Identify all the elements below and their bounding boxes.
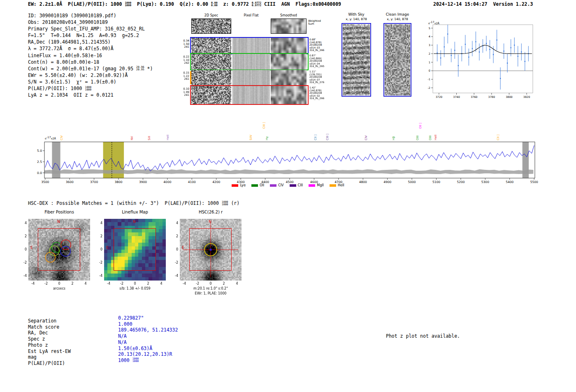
match-table-label: Est LyA rest-EW <box>28 348 71 355</box>
emission-line-marker: OIII <box>429 135 432 140</box>
text-segment: RA,Dec (189.464981,51.214355) <box>28 39 111 45</box>
text-segment: x2Å <box>434 22 439 25</box>
fit-data-point <box>479 51 480 53</box>
text-segment: P(LAE)/P(OII): 1000 <box>28 86 85 91</box>
cutout-x-tick-label: -4 <box>105 282 113 285</box>
cutout-x-tick-label: 2 <box>144 282 152 285</box>
fit-data-point <box>447 34 448 35</box>
fit-data-point <box>521 51 522 53</box>
cutout-y-tick-label: 0 <box>95 248 102 251</box>
fit-x-tick-label: 3780 <box>488 95 495 99</box>
fit-data-point <box>503 51 504 52</box>
smoothed-2d-image <box>271 19 307 34</box>
pixel-flat-image <box>232 70 270 86</box>
fiber-row-right-labels: 1.42"(140,878)20180208v014_02316_RL_096 <box>309 86 324 100</box>
fiber-weight-value: 241 <box>180 46 189 49</box>
info-line: F=1.5" T=0.144 N=1.25 A=0.93 g=25.2 <box>28 32 153 39</box>
clean-image-image <box>385 24 410 95</box>
fraction-bottom: 1000 <box>132 360 139 362</box>
stacked-fraction: -17 <box>46 136 51 139</box>
text-segment: F=1.5" T=0.144 N=1.25 A=0.93 g=25.2 <box>28 32 139 38</box>
fit-data-point <box>489 49 490 50</box>
cutout-x-tick-label: 0 <box>207 282 215 285</box>
emission-line-marker: OIII <box>416 135 419 140</box>
cutout-aperture-box <box>114 228 156 271</box>
emission-line-marker: CIV <box>365 135 368 140</box>
header-summary-line: EW: 2.2±1.0Å P(LAE)/P(OII): 1000 1000100… <box>28 1 341 7</box>
fit-data-point <box>496 39 497 41</box>
phot-z-note: Phot z plot not available. <box>386 333 460 339</box>
fiber-weight-value: 241 <box>180 94 189 97</box>
emission-line-marker: HeII <box>434 135 437 140</box>
info-line: λ = 3772.72Å σ = 8.47(±5.00)Å <box>28 45 153 52</box>
match-table-label: Separation <box>28 318 56 324</box>
info-line: Primary Spec_Slot_IFU_AMP: 316_032_052_R… <box>28 26 153 32</box>
fit-y-tick-label: 2 <box>429 52 430 56</box>
fit-data-point <box>458 65 459 66</box>
fit-data-point <box>440 58 441 59</box>
cutout-x-tick-label: -2 <box>193 282 202 285</box>
fit-data-point <box>472 48 473 49</box>
legend-swatch <box>251 184 258 187</box>
match-table-value: N/A <box>118 339 127 346</box>
fraction-bottom: 0.00 <box>211 4 218 7</box>
smoothed-2d-image <box>271 38 307 53</box>
info-line: Cont(w) = 2.00(±0.01)e-17 (gmag 20.95 20… <box>28 65 153 72</box>
col-header-smoothed: Smoothed <box>271 14 307 17</box>
hsc-matches-line: HSC-DEX : Possible Matches = 1 (within +… <box>28 200 239 206</box>
match-table-value: 0.229827" <box>118 315 144 321</box>
text-segment: λ = 3772.72Å σ = 8.47(±5.00)Å <box>28 46 114 51</box>
fit-data-point <box>525 61 526 62</box>
fiber-row-left-labels: 0.101.99241 <box>180 88 189 97</box>
cutout-y-tick-label: 4 <box>171 221 178 225</box>
text-segment: ID: 3090010189 (3090010189.pdf) <box>28 13 116 19</box>
text-segment: N/A <box>118 339 127 345</box>
cutout-x-tick-label: -4 <box>180 282 188 285</box>
col-header-pixel-flat: Pixel Flat <box>232 14 270 17</box>
fiber-id-line: 316_RL_096 <box>309 97 324 100</box>
stacked-fraction: 20.9620.95 <box>136 66 144 71</box>
cutout-x-tick-label: -2 <box>118 282 126 285</box>
text-segment: Cont(n) = 8.00(±0.00)e-18 <box>28 59 99 65</box>
fit-data-point <box>444 46 445 48</box>
fit-y-tick-label: -1 <box>428 78 430 81</box>
spec2d-image <box>191 38 231 53</box>
fit-units-annotation: e-17x2Å <box>428 22 439 25</box>
stacked-fraction: -17 <box>430 21 434 23</box>
fit-x-tick-label: 3820 <box>523 95 530 99</box>
fit-data-point <box>493 54 494 55</box>
with-sky-title: With Sky <box>341 12 371 16</box>
stacked-fraction: 0.000.00 <box>211 2 218 7</box>
emission-line-marker: CIII ] <box>262 122 266 129</box>
cutout-x-tick-label: 4 <box>81 282 90 285</box>
fit-y-tick-label: -2 <box>428 86 430 90</box>
match-table-value: 1000 10001000 <box>118 357 139 364</box>
cutout-x-tick-label: 0 <box>55 282 63 285</box>
fiber-id-line: 316_RL_095 <box>309 65 324 68</box>
text-segment: LyA z = 2.1034 OII z = 0.0121 <box>28 92 114 98</box>
fiber-weight-value: 261 <box>180 78 189 81</box>
emission-line-marker: Hβ <box>392 136 395 140</box>
text-segment: *) <box>144 66 153 72</box>
cutout-xlabel-0: arcsecs <box>24 287 94 290</box>
fit-y-tick-label: 3 <box>429 44 430 47</box>
report-version: Version 1.22.3 <box>493 1 533 7</box>
fit-data-point <box>510 47 511 49</box>
match-table-label: mag <box>28 354 37 360</box>
legend-label: OII <box>260 183 264 187</box>
text-segment: Obs: 20180208v014_3090010189 <box>28 19 108 25</box>
text-segment: 189.465076, 51.214332 <box>118 327 178 333</box>
cutout-x-tick-label: 2 <box>68 282 77 285</box>
cutout-y-tick-label: -2 <box>19 261 27 264</box>
cutout-y-tick-label: -4 <box>95 274 102 278</box>
fraction-bottom: 1000 <box>125 4 131 7</box>
cutout-y-tick-label: 0 <box>19 248 27 251</box>
match-table-value: 20.13(20.12,20.13)R <box>118 351 172 357</box>
stacked-fraction: 0.97720.9772 <box>252 2 261 7</box>
smoothed-2d-image <box>271 86 307 104</box>
fit-y-tick-label: 5 <box>429 27 430 30</box>
fiber-overlay <box>28 219 90 281</box>
fiber-id-line: 316_RL_076 <box>309 81 324 84</box>
pixel-flat-image <box>232 86 270 104</box>
spec2d-image <box>191 70 231 86</box>
